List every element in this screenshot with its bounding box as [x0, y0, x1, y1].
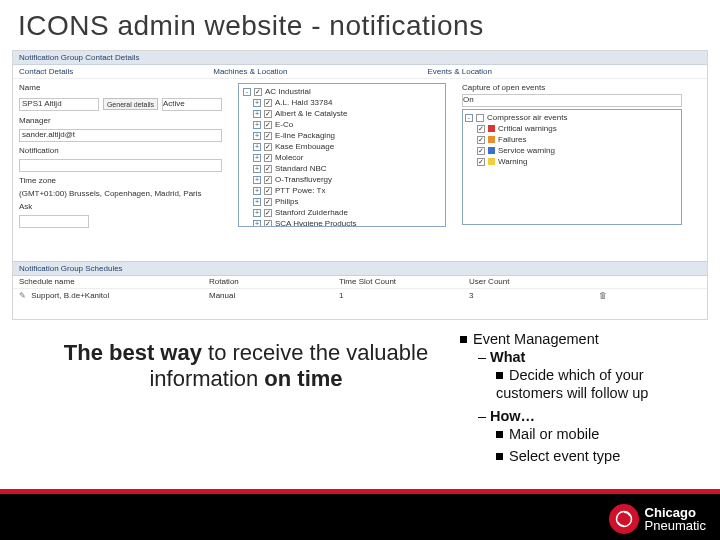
logo-badge-icon — [609, 504, 639, 534]
tree-checkbox[interactable] — [264, 165, 272, 173]
event-select[interactable]: On — [462, 94, 682, 107]
tree-item[interactable]: +Molecor — [241, 152, 443, 163]
event-checkbox[interactable] — [476, 114, 484, 122]
event-tree[interactable]: -Compressor air eventsCritical warningsF… — [462, 109, 682, 225]
label-name: Name — [19, 83, 89, 92]
tree-item[interactable]: +Kase Embouage — [241, 141, 443, 152]
tree-item-label: E-line Packaging — [275, 130, 335, 141]
tree-checkbox[interactable] — [264, 209, 272, 217]
event-checkbox[interactable] — [477, 125, 485, 133]
b2a-text: Decide which of your customers will foll… — [496, 367, 648, 401]
tree-expand-icon[interactable]: + — [253, 99, 261, 107]
tree-collapse-icon[interactable]: - — [243, 88, 251, 96]
colhead-a: Contact Details — [19, 67, 73, 76]
dash-icon: – — [478, 407, 486, 425]
tree-item[interactable]: +Albert & le Catalyste — [241, 108, 443, 119]
row-ask-input — [19, 215, 222, 228]
tree-item[interactable]: +Philips — [241, 196, 443, 207]
tree-expand-icon[interactable]: + — [253, 121, 261, 129]
table-row[interactable]: ✎ Support, B.de+Kanitol Manual 1 3 🗑 — [13, 289, 707, 302]
tree-checkbox[interactable] — [254, 88, 262, 96]
tree-item[interactable]: +SCA Hygiene Products — [241, 218, 443, 227]
tree-checkbox[interactable] — [264, 220, 272, 228]
tree-item-label: Philips — [275, 196, 299, 207]
tree-item-label: A.L. Hald 33784 — [275, 97, 332, 108]
tree-checkbox[interactable] — [264, 132, 272, 140]
tree-checkbox[interactable] — [264, 154, 272, 162]
event-item-label: Compressor air events — [487, 112, 567, 123]
col-events: Capture of open events On -Compressor ai… — [456, 79, 707, 236]
tree-item[interactable]: +PTT Powe: Tx — [241, 185, 443, 196]
footer-bar: Chicago Pneumatic — [0, 494, 720, 540]
event-item[interactable]: Critical warnings — [465, 123, 679, 134]
event-item-label: Critical warnings — [498, 123, 557, 134]
tree-expand-icon[interactable]: + — [253, 209, 261, 217]
tree-item[interactable]: +E-line Packaging — [241, 130, 443, 141]
event-item[interactable]: Warning — [465, 156, 679, 167]
edit-icon[interactable]: ✎ — [19, 291, 29, 300]
sched-row-rotation: Manual — [209, 291, 339, 300]
logo-line2: Pneumatic — [645, 519, 706, 532]
event-checkbox[interactable] — [477, 158, 485, 166]
col-machines: - AC Industrial +A.L. Hald 33784+Albert … — [232, 79, 452, 236]
name-input[interactable]: SPS1 Altijd — [19, 98, 99, 111]
square-bullet-icon — [496, 431, 503, 438]
tree-checkbox[interactable] — [264, 176, 272, 184]
delete-icon[interactable]: 🗑 — [599, 291, 629, 300]
bullet-decide: Decide which of your customers will foll… — [496, 366, 712, 402]
tree-expand-icon[interactable]: + — [253, 187, 261, 195]
tree-expand-icon[interactable]: + — [253, 110, 261, 118]
label-manager: Manager — [19, 116, 89, 125]
dash-icon: – — [478, 348, 486, 366]
event-item[interactable]: Failures — [465, 134, 679, 145]
event-item-label: Failures — [498, 134, 526, 145]
tree-item[interactable]: +Stanford Zuiderhade — [241, 207, 443, 218]
notif-input[interactable] — [19, 159, 222, 172]
tree-root[interactable]: - AC Industrial — [241, 86, 443, 97]
event-checkbox[interactable] — [477, 136, 485, 144]
tree-expand-icon[interactable]: + — [253, 176, 261, 184]
event-item[interactable]: Service warning — [465, 145, 679, 156]
row-notif: Notification — [19, 146, 222, 155]
tree-item[interactable]: +Standard NBC — [241, 163, 443, 174]
panel-subheader: Contact Details Machines & Location Even… — [13, 65, 707, 79]
tree-expand-icon[interactable]: + — [253, 198, 261, 206]
bullet-event-mgmt: Event Management — [460, 330, 712, 348]
tree-collapse-icon[interactable]: - — [465, 114, 473, 122]
admin-screenshot: Notification Group Contact Details Conta… — [12, 50, 708, 320]
event-checkbox[interactable] — [477, 147, 485, 155]
status-select[interactable]: Active — [162, 98, 222, 111]
event-item[interactable]: -Compressor air events — [465, 112, 679, 123]
tree-item[interactable]: +O-Transfluvergy — [241, 174, 443, 185]
cp-logo-icon — [615, 510, 633, 528]
tree-checkbox[interactable] — [264, 198, 272, 206]
machine-tree[interactable]: - AC Industrial +A.L. Hald 33784+Albert … — [238, 83, 446, 227]
tree-expand-icon[interactable]: + — [253, 165, 261, 173]
tree-item[interactable]: +E-Co — [241, 119, 443, 130]
sched-col-name: Schedule name — [19, 277, 209, 286]
bullet-mail: Mail or mobile — [496, 425, 712, 443]
colhead-c: Events & Location — [428, 67, 492, 76]
tagline-bold2: on time — [264, 366, 342, 391]
general-details-button[interactable]: General details — [103, 98, 158, 110]
manager-input[interactable]: sander.altijd@t — [19, 129, 222, 142]
tree-item[interactable]: +A.L. Hald 33784 — [241, 97, 443, 108]
tree-checkbox[interactable] — [264, 143, 272, 151]
b2b-text: Mail or mobile — [509, 426, 599, 442]
row-name-input: SPS1 Altijd General details Active — [19, 96, 222, 112]
tree-checkbox[interactable] — [264, 121, 272, 129]
tree-checkbox[interactable] — [264, 187, 272, 195]
tree-expand-icon[interactable]: + — [253, 143, 261, 151]
sched-row-name: ✎ Support, B.de+Kanitol — [19, 291, 209, 300]
b1b-text: How… — [490, 408, 535, 424]
bullet-list: Event Management –What Decide which of y… — [460, 326, 720, 469]
bullet-what: –What — [478, 348, 712, 366]
event-item-label: Service warning — [498, 145, 555, 156]
tree-expand-icon[interactable]: + — [253, 220, 261, 228]
b1a-text: What — [490, 349, 525, 365]
ask-input[interactable] — [19, 215, 89, 228]
tree-checkbox[interactable] — [264, 110, 272, 118]
tree-expand-icon[interactable]: + — [253, 154, 261, 162]
tree-expand-icon[interactable]: + — [253, 132, 261, 140]
tree-checkbox[interactable] — [264, 99, 272, 107]
